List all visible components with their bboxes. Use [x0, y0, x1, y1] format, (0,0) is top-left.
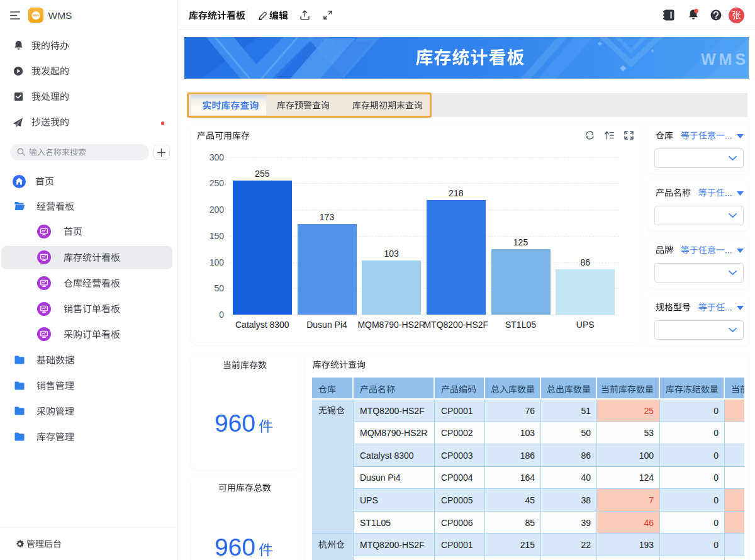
svg-text:WMS: WMS — [33, 14, 39, 17]
